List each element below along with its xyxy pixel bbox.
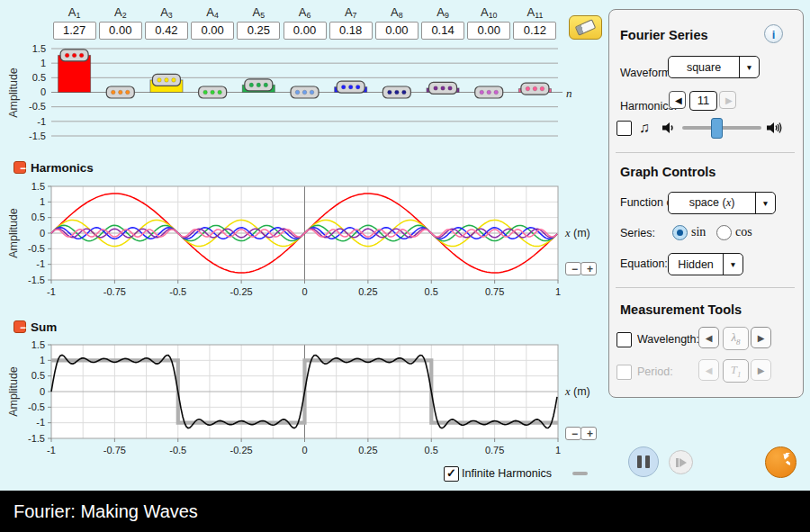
chevron-down-icon: ▼: [723, 254, 742, 275]
period-checkbox: [616, 365, 632, 380]
svg-text:-1: -1: [36, 258, 45, 269]
amplitude-slider-handle-h3[interactable]: [152, 74, 180, 86]
amplitude-axis-label-sum: Amplitude: [7, 342, 20, 441]
harmonics-zoom-out-button[interactable]: −: [565, 262, 581, 275]
panel-divider: [616, 287, 795, 288]
infinite-harmonics-checkbox[interactable]: ✓: [444, 466, 459, 482]
svg-text:-0.25: -0.25: [230, 445, 253, 455]
reset-all-button[interactable]: [765, 446, 796, 478]
simulation-stage: A11.27A20.00A30.42A40.00A50.25A60.00A70.…: [0, 0, 810, 532]
amplitude-slider-handle-h4[interactable]: [199, 86, 227, 98]
waveform-dropdown[interactable]: square ▼: [668, 56, 760, 78]
amplitude-slider-handle-h9[interactable]: [429, 82, 457, 94]
svg-text:-1.5: -1.5: [28, 275, 45, 285]
amplitude-slider-handle-h5[interactable]: [245, 79, 273, 91]
amplitude-bar-chart: 1.510.50-0.5-1-1.5: [29, 43, 558, 141]
x-axis-label-sum: x (m): [565, 385, 590, 399]
music-note-icon: ♫: [639, 120, 650, 136]
series-sin-radio[interactable]: [672, 225, 688, 240]
svg-text:-0.5: -0.5: [169, 445, 186, 455]
series-cos-radio[interactable]: [716, 225, 732, 240]
svg-text:0.75: 0.75: [485, 286, 504, 297]
svg-text:0.5: 0.5: [32, 370, 45, 381]
wavelength-previous-button: ◀: [698, 327, 719, 348]
svg-text:0: 0: [40, 386, 45, 397]
svg-text:0.75: 0.75: [485, 445, 504, 455]
svg-text:0: 0: [302, 286, 307, 297]
period-tool-symbol: T1: [723, 359, 749, 383]
panel-divider: [616, 152, 795, 153]
graph-controls-title: Graph Controls: [620, 165, 716, 179]
svg-text:-0.75: -0.75: [104, 286, 126, 297]
sound-checkbox[interactable]: [616, 121, 632, 136]
svg-text:0.5: 0.5: [425, 445, 438, 455]
pause-button[interactable]: [628, 446, 659, 477]
amplitude-slider-handle-h11[interactable]: [521, 83, 549, 95]
svg-text:1: 1: [555, 286, 561, 297]
chevron-down-icon: ▼: [739, 57, 759, 77]
volume-low-icon: [662, 121, 676, 135]
svg-text:-1: -1: [47, 445, 56, 455]
amplitude-slider-handle-h7[interactable]: [337, 81, 364, 93]
reset-icon: [771, 453, 790, 473]
volume-high-icon: [766, 120, 783, 136]
harmonics-collapse-button[interactable]: −: [14, 161, 26, 174]
function-of-dropdown[interactable]: space (x) ▼: [668, 192, 776, 214]
harmonics-decrement-button[interactable]: ◀: [669, 91, 686, 109]
equation-value: Hidden: [669, 258, 723, 271]
svg-text:-0.5: -0.5: [169, 286, 186, 297]
x-axis-label-harmonics: x (m): [565, 227, 590, 240]
svg-text:0.5: 0.5: [425, 286, 438, 297]
step-forward-icon: [676, 458, 679, 467]
sum-zoom-in-button[interactable]: +: [580, 427, 597, 440]
amplitude-slider-handle-h6[interactable]: [291, 86, 319, 98]
series-cos-label: cos: [735, 225, 752, 239]
equation-dropdown[interactable]: Hidden ▼: [668, 253, 743, 275]
harmonics-zoom-in-button[interactable]: +: [580, 262, 597, 275]
series-label: Series:: [620, 227, 655, 239]
svg-text:-1.5: -1.5: [28, 433, 45, 444]
sum-zoom-out-button[interactable]: −: [565, 427, 581, 440]
harmonics-increment-button: ▶: [719, 91, 736, 109]
svg-text:0: 0: [40, 228, 45, 239]
svg-text:-1.5: -1.5: [29, 131, 46, 141]
svg-text:-0.25: -0.25: [230, 286, 253, 297]
equation-label: Equation:: [620, 257, 668, 270]
period-label: Period:: [637, 365, 673, 378]
wavelength-next-button: ▶: [751, 327, 771, 348]
svg-text:-1: -1: [37, 116, 46, 127]
series-sin-label: sin: [691, 225, 706, 239]
info-button[interactable]: i: [764, 24, 783, 43]
period-previous-button: ◀: [698, 359, 719, 381]
amplitude-slider-handle-h8[interactable]: [382, 86, 410, 98]
step-forward-button: [669, 450, 693, 474]
svg-text:0.25: 0.25: [358, 445, 377, 455]
amplitude-slider-handle-h1[interactable]: [60, 50, 88, 61]
wavelength-checkbox[interactable]: [616, 332, 632, 347]
svg-text:-1: -1: [47, 286, 56, 297]
svg-text:-0.5: -0.5: [28, 401, 45, 412]
sum-collapse-button[interactable]: −: [14, 320, 26, 333]
sum-section-title: Sum: [31, 320, 57, 334]
waveform-value: square: [669, 61, 739, 74]
harmonics-count-display: 11: [689, 91, 717, 111]
harmonics-section-title: Harmonics: [31, 161, 94, 175]
fourier-series-title: Fourier Series: [620, 28, 708, 42]
volume-slider-thumb[interactable]: [711, 118, 723, 139]
svg-text:-0.5: -0.5: [28, 243, 45, 254]
svg-text:0.5: 0.5: [32, 72, 46, 83]
svg-text:1: 1: [40, 196, 45, 207]
svg-text:1.5: 1.5: [32, 181, 45, 192]
amplitude-slider-handle-h2[interactable]: [106, 86, 134, 98]
n-axis-label: n: [566, 86, 572, 101]
svg-text:1: 1: [40, 355, 45, 365]
svg-text:1: 1: [40, 58, 46, 68]
wavelength-label: Wavelength:: [637, 333, 699, 346]
amplitude-axis-label-harmonics: Amplitude: [7, 184, 20, 283]
amplitude-axis-label-bar-chart: Amplitude: [7, 43, 20, 142]
infinite-harmonics-line-swatch: [572, 472, 588, 475]
svg-text:0: 0: [302, 445, 307, 455]
amplitude-slider-handle-h10[interactable]: [475, 86, 503, 98]
navigation-bar: Fourier: Making Waves Discrete +1 ★ Wave…: [0, 491, 810, 532]
measurement-tools-title: Measurement Tools: [620, 302, 742, 317]
